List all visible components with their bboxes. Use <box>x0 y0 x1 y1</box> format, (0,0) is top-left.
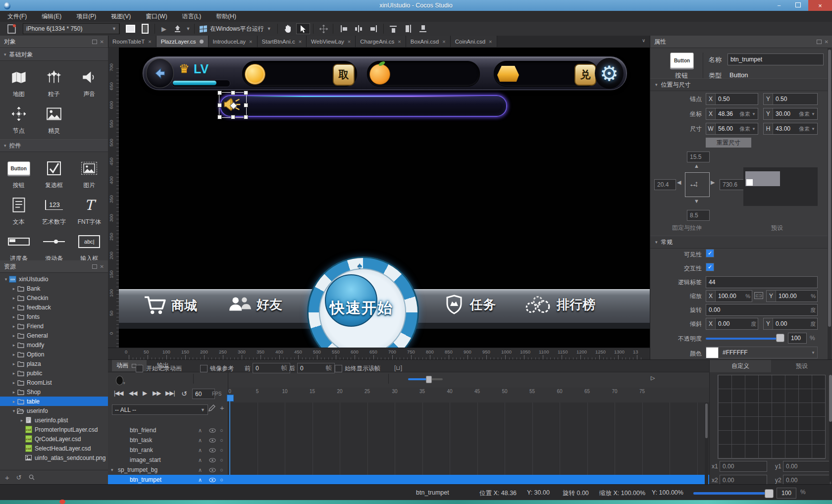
tree-item-plaza[interactable]: ▸plaza <box>0 359 108 368</box>
prev-frame-icon[interactable]: ◀◀ <box>129 390 137 397</box>
timeline-play-right-icon[interactable]: ▷ <box>651 375 655 381</box>
menu-file[interactable]: 文件(F) <box>0 11 34 22</box>
playhead[interactable] <box>227 395 234 402</box>
tab-close-icon[interactable]: × <box>299 39 302 45</box>
color-field[interactable]: #FFFFFF▼ <box>706 347 818 358</box>
row-lock-circle-icon[interactable]: ○ <box>220 447 223 453</box>
tab-close-icon[interactable]: × <box>249 39 252 45</box>
row-visibility-eye-icon[interactable] <box>209 468 216 472</box>
align-left-icon[interactable] <box>338 23 351 34</box>
row-visibility-eye-icon[interactable] <box>209 448 216 453</box>
trumpet-background-sprite[interactable] <box>220 95 507 117</box>
tree-item-QrCodeLayer.csd[interactable]: csdQrCodeLayer.csd <box>0 434 108 444</box>
object-item-输入框[interactable]: abc|输入框 <box>72 228 107 260</box>
tree-item-modify[interactable]: ▸modify <box>0 340 108 350</box>
selection-handle[interactable] <box>231 115 235 119</box>
object-item-粒子[interactable]: 粒子 <box>36 64 71 99</box>
minimize-button[interactable]: – <box>771 0 787 10</box>
onion-skin-icon[interactable]: [⊔] <box>394 364 402 371</box>
document-tab-StartBtnAni.c[interactable]: StartBtnAni.c× <box>258 36 307 47</box>
tree-right-arrow-icon[interactable]: ▸ <box>11 390 17 395</box>
tab-close-icon[interactable]: × <box>148 39 151 45</box>
tree-right-arrow-icon[interactable]: ▸ <box>11 343 17 348</box>
tree-right-arrow-icon[interactable]: ▸ <box>11 314 17 319</box>
selected-trumpet-button[interactable] <box>219 92 247 118</box>
section-general[interactable]: ▾常规 <box>650 236 832 249</box>
tree-right-arrow-icon[interactable]: ▸ <box>11 305 17 310</box>
tab-preset-curve[interactable]: 预设 <box>771 360 832 372</box>
section-header-0[interactable]: ▾基础对象 <box>0 48 108 61</box>
selection-handle[interactable] <box>244 115 248 119</box>
patch-bottom-field[interactable]: 8.5 <box>687 210 710 221</box>
edit-animation-icon[interactable] <box>208 404 215 412</box>
section-position-size[interactable]: ▾位置与尺寸 <box>650 78 832 91</box>
menu-window[interactable]: 窗口(W) <box>138 11 174 22</box>
timeline-zoom-slider[interactable] <box>408 378 443 380</box>
menu-language[interactable]: 语言(L) <box>175 11 209 22</box>
menu-project[interactable]: 项目(P) <box>69 11 104 22</box>
document-tab-IntroduceLay[interactable]: IntroduceLay× <box>208 36 258 47</box>
mirror-checkbox[interactable] <box>200 365 208 372</box>
align-bottom-icon[interactable] <box>417 23 430 34</box>
tree-right-arrow-icon[interactable]: ▸ <box>11 286 17 291</box>
tree-item-RoomList[interactable]: ▸RoomList <box>0 378 108 387</box>
selection-handle[interactable] <box>244 91 248 95</box>
selection-handle[interactable] <box>217 103 222 107</box>
scene-canvas[interactable]: ♛ LV 取 兑 ⚙ <box>119 48 650 348</box>
size-w-field[interactable]: W56.00像素▼ <box>706 123 758 135</box>
object-item-声音[interactable]: 声音 <box>72 64 107 99</box>
row-collapse-icon[interactable]: ∧ <box>198 467 202 473</box>
tree-down-arrow-icon[interactable]: ▾ <box>3 277 9 282</box>
tab-close-icon[interactable]: × <box>398 39 401 45</box>
tree-right-arrow-icon[interactable]: ▸ <box>11 296 17 301</box>
canvas-zoom-value[interactable]: 100 <box>777 488 796 499</box>
selection-handle[interactable] <box>231 91 235 95</box>
row-lock-circle-icon[interactable]: ○ <box>220 467 223 473</box>
task-button[interactable]: 任务 <box>443 294 496 315</box>
scale-link-icon[interactable]: ⊏⊐ <box>754 292 763 299</box>
interactive-checkbox[interactable]: ✓ <box>706 263 714 271</box>
curve-editor-grid[interactable] <box>718 375 826 459</box>
canvas-zoom-thumb[interactable] <box>765 489 774 498</box>
exchange-button[interactable]: 兑 <box>574 64 596 86</box>
patch-top-field[interactable]: 15.5 <box>687 151 710 162</box>
pin-left-icon[interactable]: ◀ <box>677 179 681 186</box>
document-tab-PlazzLayer.cs[interactable]: PlazzLayer.cs <box>156 36 208 47</box>
tree-right-arrow-icon[interactable]: ▸ <box>11 333 17 338</box>
anchor-y-field[interactable]: Y0.50 <box>763 93 818 105</box>
scale-x-field[interactable]: X100.00% <box>706 290 752 302</box>
scale-y-field[interactable]: Y100.00% <box>766 290 818 302</box>
name-input[interactable]: btn_trumpet <box>728 53 824 65</box>
timeline-row-btn_rank[interactable]: btn_rank∧○ <box>108 445 228 455</box>
object-item-图片[interactable]: 图片 <box>72 155 107 190</box>
row-lock-circle-icon[interactable]: ○ <box>220 437 223 443</box>
tree-right-arrow-icon[interactable]: ▸ <box>19 418 25 423</box>
panel-close-icon[interactable]: ✕ <box>825 39 829 45</box>
row-visibility-eye-icon[interactable] <box>209 428 216 433</box>
tree-item-uinfo_atlas_sendcount.png[interactable]: uinfo_atlas_sendcount.png <box>0 453 108 462</box>
tree-item-PromoterInputLayer.csd[interactable]: csdPromoterInputLayer.csd <box>0 425 108 434</box>
timeline-row-btn_task[interactable]: btn_task∧○ <box>108 435 228 445</box>
play-animation-icon[interactable]: ▶ <box>143 390 147 397</box>
selection-handle[interactable] <box>217 115 222 119</box>
timeline-row-btn_trumpet[interactable]: btn_trumpet∧○ <box>108 475 709 485</box>
tag-input[interactable]: 44 <box>706 276 818 288</box>
row-collapse-icon[interactable]: ∧ <box>198 447 202 454</box>
align-right-icon[interactable] <box>367 23 380 34</box>
transform-tool-icon[interactable] <box>317 23 330 34</box>
row-collapse-icon[interactable]: ∧ <box>198 457 202 463</box>
tab-close-icon[interactable]: × <box>489 39 492 45</box>
row-visibility-eye-icon[interactable] <box>209 438 216 443</box>
row-visibility-eye-icon[interactable] <box>209 458 216 462</box>
tree-item-Checkin[interactable]: ▸Checkin <box>0 293 108 302</box>
y1-input[interactable]: 0.00 <box>783 461 831 472</box>
maximize-button[interactable] <box>789 0 806 10</box>
object-item-滑动条[interactable]: 滑动条 <box>36 228 71 260</box>
rank-button[interactable]: 排行榜 <box>524 295 595 314</box>
row-collapse-icon[interactable]: ∧ <box>198 477 202 483</box>
opacity-slider[interactable] <box>706 338 781 340</box>
tree-item-Friend[interactable]: ▸Friend <box>0 321 108 331</box>
position-x-field[interactable]: X48.36像素▼ <box>706 108 758 120</box>
tree-item-Bank[interactable]: ▸Bank <box>0 284 108 293</box>
select-tool-icon[interactable] <box>296 23 310 34</box>
